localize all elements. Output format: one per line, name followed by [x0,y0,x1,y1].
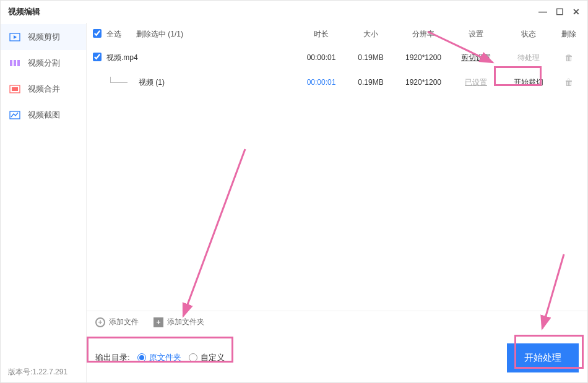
table-body: 视频.mp4 00:00:01 0.19MB 1920*1200 剪切设置 待处… [87,45,587,311]
split-icon [9,58,20,69]
table-row-child: 视频 (1) 00:00:01 0.19MB 1920*1200 已设置 开始裁… [87,70,587,95]
radio-label: 原文件夹 [149,352,181,363]
output-dir-group: 输出目录: 原文件夹 自定义 [95,352,225,363]
trash-icon[interactable]: 🗑 [564,53,573,62]
row-name: 视频 (1) [139,77,165,88]
sidebar-item-label: 视频分割 [28,58,60,69]
add-bar: + 添加文件 + 添加文件夹 [87,311,587,333]
start-process-button[interactable]: 开始处理 [507,343,579,372]
svg-marker-1 [14,35,17,39]
table-header: 全选 删除选中 (1/1) 时长 大小 分辨率 设置 状态 删除 [87,23,587,45]
maximize-icon[interactable]: ☐ [556,7,564,16]
sidebar: 视频剪切 视频分割 视频合并 视频截图 [1,23,86,382]
add-file-button[interactable]: + 添加文件 [95,317,139,327]
header-settings: 设置 [451,29,501,40]
radio-custom-folder[interactable]: 自定义 [189,352,225,363]
table-row: 视频.mp4 00:00:01 0.19MB 1920*1200 剪切设置 待处… [87,45,587,70]
screenshot-icon [9,110,20,121]
header-size: 大小 [346,29,396,40]
row-resolution: 1920*1200 [396,53,451,62]
svg-rect-3 [14,60,16,66]
sidebar-item-screenshot[interactable]: 视频截图 [1,102,86,128]
row-size: 0.19MB [346,78,396,87]
row-settings-link[interactable]: 已设置 [465,78,487,87]
sidebar-item-cut[interactable]: 视频剪切 [1,24,86,50]
row-status-action[interactable]: 开始裁切 [514,78,543,87]
merge-icon [9,84,20,95]
radio-unchecked-icon [189,353,197,362]
row-duration: 00:00:01 [296,53,346,62]
tree-connector-icon [110,77,128,83]
row-duration[interactable]: 00:00:01 [307,78,336,87]
minimize-icon[interactable]: — [538,7,547,16]
select-all-label: 全选 [106,29,121,40]
sidebar-item-label: 视频截图 [28,110,60,121]
titlebar: 视频编辑 — ☐ ✕ [1,1,587,23]
footer: 输出目录: 原文件夹 自定义 开始处理 [87,333,587,382]
radio-checked-icon [137,353,146,362]
row-settings-link[interactable]: 剪切设置 [461,53,491,62]
header-resolution: 分辨率 [396,29,451,40]
row-resolution: 1920*1200 [396,78,451,87]
row-size: 0.19MB [346,53,396,62]
window-title: 视频编辑 [8,6,40,17]
radio-label: 自定义 [201,352,225,363]
svg-rect-4 [17,60,20,66]
add-folder-label: 添加文件夹 [167,317,204,327]
cut-icon [9,32,20,43]
sidebar-item-split[interactable]: 视频分割 [1,50,86,76]
svg-rect-6 [12,87,18,91]
sidebar-item-label: 视频合并 [28,84,60,95]
svg-rect-2 [10,60,12,66]
header-delete: 删除 [556,29,581,40]
row-status: 待处理 [517,53,540,62]
add-file-label: 添加文件 [109,317,139,327]
select-all-checkbox[interactable] [93,29,102,38]
sidebar-item-merge[interactable]: 视频合并 [1,76,86,102]
plus-square-icon: + [153,317,163,327]
version-label: 版本号:1.22.7.291 [8,367,67,377]
output-dir-label: 输出目录: [95,352,130,363]
header-status: 状态 [501,29,556,40]
row-name: 视频.mp4 [106,53,296,63]
row-checkbox[interactable] [93,53,102,61]
delete-selected-button[interactable]: 删除选中 (1/1) [136,29,183,40]
add-folder-button[interactable]: + 添加文件夹 [153,317,204,327]
sidebar-item-label: 视频剪切 [28,32,60,43]
plus-circle-icon: + [95,317,105,327]
radio-original-folder[interactable]: 原文件夹 [137,352,181,363]
header-duration: 时长 [296,29,346,40]
trash-icon[interactable]: 🗑 [564,77,573,87]
window-controls: — ☐ ✕ [538,7,580,16]
main-panel: 全选 删除选中 (1/1) 时长 大小 分辨率 设置 状态 删除 视频.mp4 … [86,23,587,382]
close-icon[interactable]: ✕ [573,7,580,16]
